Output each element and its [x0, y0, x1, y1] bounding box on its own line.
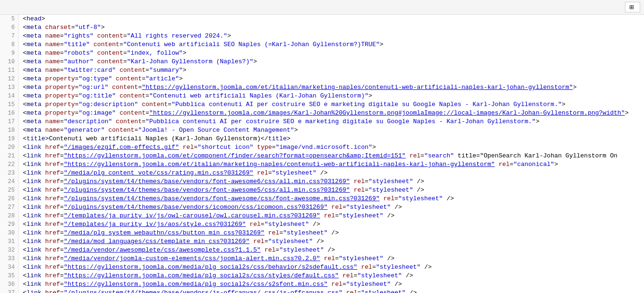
line-number: 7 — [0, 32, 19, 40]
line-number: 23 — [0, 169, 19, 177]
line-number: 33 — [0, 254, 19, 263]
line-number: 26 — [0, 195, 19, 203]
line-number: 16 — [0, 109, 19, 117]
line-number: 8 — [0, 40, 19, 49]
code-line: <head> — [23, 15, 644, 23]
line-number: 11 — [0, 66, 19, 75]
code-line: <meta property="og:type" content="articl… — [23, 75, 644, 83]
line-number: 35 — [0, 272, 19, 280]
code-line: <meta charset="utf-8"> — [23, 23, 644, 32]
line-number: 5 — [0, 15, 19, 23]
list-button[interactable]: ⊞ — [625, 2, 640, 12]
code-line: <meta property="og:image" content="https… — [23, 109, 644, 117]
line-number: 34 — [0, 263, 19, 272]
code-line: <link href="/templates/ja_purity_iv/js/o… — [23, 212, 644, 220]
code-line: <meta name="rights" content="All rights … — [23, 32, 644, 40]
line-number: 18 — [0, 126, 19, 135]
line-number: 30 — [0, 229, 19, 237]
code-line: <link href="/plugins/system/t4/themes/ba… — [23, 177, 644, 186]
code-line: <title>Contenuti web artificiali Naples … — [23, 135, 644, 143]
line-number: 32 — [0, 246, 19, 254]
code-line: <link href="/plugins/system/t4/themes/ba… — [23, 203, 644, 212]
line-number: 9 — [0, 49, 19, 58]
line-numbers: 5678910111213141516171819202122232425262… — [0, 15, 19, 293]
code-line: <link href="https://gyllenstorm.joomla.c… — [23, 272, 644, 280]
code-line: <link href="/images/ezgif.com-effects.gi… — [23, 143, 644, 152]
code-line: <link href="/media/vendor/joomla-custom-… — [23, 254, 644, 263]
line-number: 14 — [0, 92, 19, 100]
code-line: <meta name="generator" content="Joomla! … — [23, 126, 644, 135]
code-line: <link href="/plugins/system/t4/themes/ba… — [23, 195, 644, 203]
line-number: 31 — [0, 237, 19, 246]
code-line: <meta name="author" content="Karl-Johan … — [23, 58, 644, 66]
line-number: 15 — [0, 100, 19, 109]
code-line: <meta property="og:title" content="Conte… — [23, 92, 644, 100]
code-line: <link href="/media/vendor/awesomplete/cs… — [23, 246, 644, 254]
line-number: 27 — [0, 203, 19, 212]
code-line: <link href="/templates/ja_purity_iv/js/a… — [23, 220, 644, 229]
code-line: <meta name="twitter:card" content="summa… — [23, 66, 644, 75]
code-view: 5678910111213141516171819202122232425262… — [0, 15, 644, 293]
code-line: <meta property="og:description" content=… — [23, 100, 644, 109]
code-line: <link href="/plugins/system/t4/themes/ba… — [23, 289, 644, 293]
line-number: 36 — [0, 280, 19, 289]
line-number: 12 — [0, 75, 19, 83]
code-line: <link href="https://gyllenstorm.joomla.c… — [23, 152, 644, 160]
code-line: <link href="/media/plg_system_webauthn/c… — [23, 229, 644, 237]
line-number: 19 — [0, 135, 19, 143]
line-number: 21 — [0, 152, 19, 160]
toolbar: ⊞ — [0, 0, 644, 15]
list-icon: ⊞ — [629, 4, 634, 10]
line-number: 6 — [0, 23, 19, 32]
code-line: <link href="https://gyllenstorm.joomla.c… — [23, 280, 644, 289]
code-line: <link href="/plugins/system/t4/themes/ba… — [23, 186, 644, 195]
line-number: 22 — [0, 160, 19, 169]
code-line: <link href="https://gyllenstorm.joomla.c… — [23, 160, 644, 169]
line-number: 28 — [0, 212, 19, 220]
line-number: 20 — [0, 143, 19, 152]
line-number: 25 — [0, 186, 19, 195]
line-number: 24 — [0, 177, 19, 186]
line-number: 37 — [0, 289, 19, 293]
code-line: <meta name="description" content="Pubbli… — [23, 117, 644, 126]
editor-container: ⊞ 56789101112131415161718192021222324252… — [0, 0, 644, 293]
code-line: <link href="/media/plg_content_vote/css/… — [23, 169, 644, 177]
line-number: 13 — [0, 83, 19, 92]
code-line: <meta property="og:url" content="https:/… — [23, 83, 644, 92]
code-content: <head> <meta charset="utf-8"> <meta name… — [19, 15, 644, 293]
line-number: 10 — [0, 58, 19, 66]
code-line: <link href="https://gyllenstorm.joomla.c… — [23, 263, 644, 272]
code-line: <meta name="title" content="Contenuti we… — [23, 40, 644, 49]
code-line: <meta name="robots" content="index, foll… — [23, 49, 644, 58]
code-line: <link href="/media/mod_languages/css/tem… — [23, 237, 644, 246]
line-number: 17 — [0, 117, 19, 126]
line-number: 29 — [0, 220, 19, 229]
